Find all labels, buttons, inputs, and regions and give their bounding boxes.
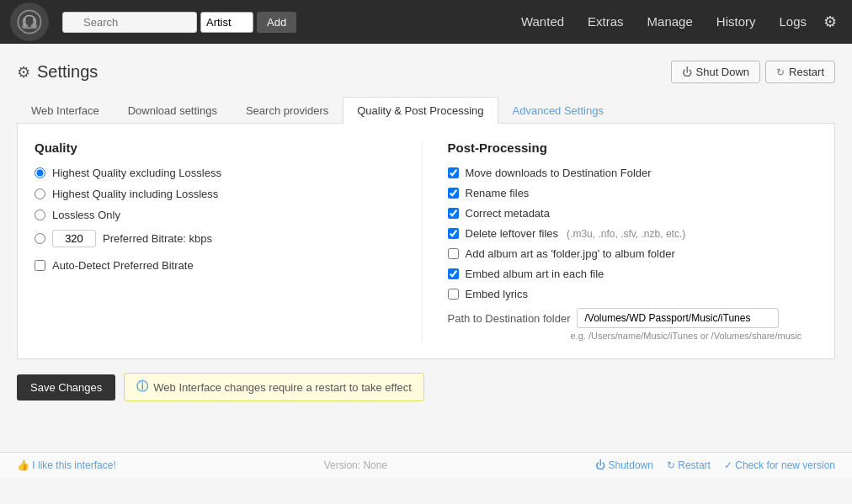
quality-label-2: Lossless Only — [52, 209, 120, 221]
pp-check-0[interactable] — [448, 167, 459, 178]
pp-checkbox-3[interactable]: Delete leftover files (.m3u, .nfo, .sfv,… — [448, 227, 818, 240]
info-notice: ⓘ Web Interface changes require a restar… — [124, 373, 424, 401]
quality-label-0: Highest Quality excluding Lossless — [52, 167, 221, 179]
app-logo — [10, 3, 49, 41]
quality-label-1: Highest Quality including Lossless — [52, 188, 218, 200]
quality-radio-3[interactable] — [35, 233, 45, 244]
add-button[interactable]: Add — [257, 12, 296, 33]
quality-option-2[interactable]: Lossless Only — [35, 209, 405, 221]
quality-option-3[interactable]: 320 Preferred Bitrate: kbps — [35, 230, 405, 247]
page-content: ⚙ Settings ⏻ Shut Down ↻ Restart Web Int… — [0, 44, 852, 401]
footer-restart-icon: ↻ — [667, 459, 675, 471]
footer: 👍 I like this interface! Version: None ⏻… — [0, 452, 852, 478]
tab-quality-post-processing[interactable]: Quality & Post Processing — [343, 97, 498, 124]
pp-check-5[interactable] — [448, 268, 459, 279]
footer-left: 👍 I like this interface! — [17, 459, 116, 471]
nav-manage[interactable]: Manage — [636, 0, 705, 44]
pp-checkbox-6[interactable]: Embed lyrics — [448, 288, 818, 300]
save-changes-button[interactable]: Save Changes — [17, 374, 115, 401]
pp-checkbox-0[interactable]: Move downloads to Destination Folder — [448, 167, 818, 179]
nav-wanted[interactable]: Wanted — [509, 0, 576, 44]
footer-restart-link[interactable]: ↻ Restart — [667, 459, 711, 471]
quality-label-3: Preferred Bitrate: kbps — [103, 232, 212, 245]
search-input[interactable] — [62, 12, 197, 33]
footer-power-icon: ⏻ — [595, 459, 605, 471]
quality-title: Quality — [35, 141, 405, 155]
svg-rect-5 — [34, 19, 35, 28]
pp-checkbox-1[interactable]: Rename files — [448, 187, 818, 199]
pp-label-3: Delete leftover files — [466, 227, 559, 240]
footer-right: ⏻ Shutdown ↻ Restart ✓ Check for new ver… — [595, 459, 835, 471]
settings-header: ⚙ Settings ⏻ Shut Down ↻ Restart — [17, 61, 835, 83]
pp-label-5: Embed album art in each file — [466, 268, 604, 280]
search-input-wrap: ⚲ — [62, 12, 197, 33]
settings-panel: Quality Highest Quality excluding Lossle… — [17, 124, 835, 359]
path-input[interactable]: /Volumes/WD Passport/Music/iTunes — [577, 308, 779, 328]
post-processing-section: Post-Processing Move downloads to Destin… — [423, 141, 818, 342]
pp-label-1: Rename files — [466, 187, 530, 199]
pp-check-1[interactable] — [448, 188, 459, 199]
nav-extras[interactable]: Extras — [576, 0, 636, 44]
pp-checkbox-5[interactable]: Embed album art in each file — [448, 268, 818, 280]
footer-check-icon: ✓ — [724, 459, 732, 471]
page-title: Settings — [37, 62, 98, 82]
pp-label-0: Move downloads to Destination Folder — [466, 167, 652, 179]
power-icon: ⏻ — [682, 66, 692, 78]
settings-title: ⚙ Settings — [17, 62, 98, 82]
pp-check-4[interactable] — [448, 248, 459, 259]
settings-tabs: Web Interface Download settings Search p… — [17, 97, 835, 124]
search-group: ⚲ Artist Album Song Add — [62, 12, 296, 33]
navbar: ⚲ Artist Album Song Add Wanted Extras Ma… — [0, 0, 852, 44]
nav-logs[interactable]: Logs — [767, 0, 818, 44]
quality-radio-2[interactable] — [35, 210, 45, 220]
restart-label: Restart — [789, 66, 824, 78]
footer-shutdown-link[interactable]: ⏻ Shutdown — [595, 459, 653, 471]
notice-text: Web Interface changes require a restart … — [153, 381, 412, 394]
auto-detect-label: Auto-Detect Preferred Bitrate — [52, 259, 194, 272]
path-label: Path to Destination folder — [448, 312, 571, 325]
quality-option-0[interactable]: Highest Quality excluding Lossless — [35, 167, 405, 179]
pp-check-6[interactable] — [448, 289, 459, 300]
auto-detect-checkbox[interactable] — [35, 260, 45, 271]
shutdown-label: Shut Down — [696, 66, 750, 78]
footer-version: Version: None — [324, 459, 387, 471]
nav-history[interactable]: History — [705, 0, 768, 44]
artist-select[interactable]: Artist Album Song — [200, 12, 253, 33]
pp-label-2: Correct metadata — [466, 207, 550, 220]
post-processing-title: Post-Processing — [448, 141, 818, 155]
logo-icon — [17, 9, 42, 34]
quality-option-1[interactable]: Highest Quality including Lossless — [35, 188, 405, 200]
path-row: Path to Destination folder /Volumes/WD P… — [448, 308, 818, 328]
tab-download-settings[interactable]: Download settings — [114, 97, 232, 124]
settings-gear-icon[interactable]: ⚙ — [818, 13, 842, 31]
info-icon: ⓘ — [136, 379, 148, 395]
pp-check-2[interactable] — [448, 208, 459, 219]
tab-search-providers[interactable]: Search providers — [232, 97, 343, 124]
restart-icon: ↻ — [776, 66, 785, 78]
quality-radio-1[interactable] — [35, 188, 45, 199]
quality-section: Quality Highest Quality excluding Lossle… — [35, 141, 423, 342]
pp-checkbox-2[interactable]: Correct metadata — [448, 207, 818, 220]
pp-check-3[interactable] — [448, 228, 459, 239]
pp-label-4: Add album art as 'folder.jpg' to album f… — [466, 247, 675, 260]
footer-check-link[interactable]: ✓ Check for new version — [724, 459, 835, 471]
pp-muted-3: (.m3u, .nfo, .sfv, .nzb, etc.) — [567, 228, 685, 240]
quality-radio-group: Highest Quality excluding Lossless Highe… — [35, 167, 405, 247]
nav-links: Wanted Extras Manage History Logs ⚙ — [509, 0, 842, 44]
tab-advanced-settings[interactable]: Advanced Settings — [498, 97, 618, 124]
shutdown-button[interactable]: ⏻ Shut Down — [671, 61, 761, 83]
quality-radio-0[interactable] — [35, 167, 45, 178]
settings-gear-icon: ⚙ — [17, 63, 30, 82]
auto-detect-option[interactable]: Auto-Detect Preferred Bitrate — [35, 259, 405, 272]
like-link[interactable]: I like this interface! — [32, 459, 115, 471]
pp-checkbox-4[interactable]: Add album art as 'folder.jpg' to album f… — [448, 247, 818, 260]
restart-button[interactable]: ↻ Restart — [765, 61, 835, 83]
tab-web-interface[interactable]: Web Interface — [17, 97, 114, 124]
like-icon: 👍 — [17, 459, 29, 471]
svg-rect-4 — [24, 19, 26, 28]
pp-label-6: Embed lyrics — [466, 288, 528, 300]
path-hint: e.g. /Users/name/Music/iTunes or /Volume… — [571, 331, 818, 341]
bitrate-input[interactable]: 320 — [52, 230, 96, 247]
svg-point-0 — [19, 11, 41, 34]
header-buttons: ⏻ Shut Down ↻ Restart — [671, 61, 836, 83]
